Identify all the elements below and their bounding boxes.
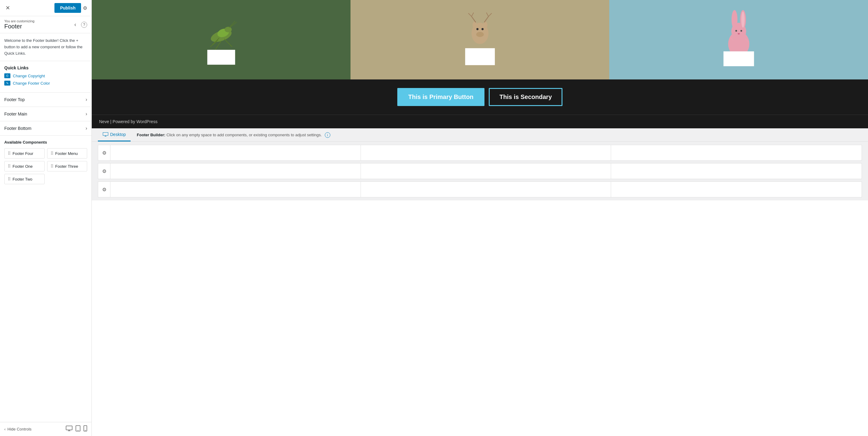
row-cell-3-1[interactable] (111, 182, 361, 197)
footer-bottom-label: Footer Bottom (4, 126, 31, 131)
builder-row-2[interactable]: ⚙ (98, 163, 862, 179)
component-footer-two[interactable]: ⠿ Footer Two (4, 174, 45, 184)
component-footer-one[interactable]: ⠿ Footer One (4, 161, 45, 171)
svg-point-19 (476, 32, 484, 37)
component-footer-menu-label: Footer Menu (55, 151, 78, 156)
svg-line-26 (471, 12, 473, 16)
row-cell-1-2[interactable] (361, 145, 611, 160)
footer-top-label: Footer Top (4, 97, 25, 102)
component-footer-three-label: Footer Three (55, 164, 78, 169)
chevron-right-icon: › (86, 97, 87, 102)
customizing-info: You are customizing Footer (4, 19, 35, 30)
svg-point-20 (476, 28, 478, 30)
device-tablet-button[interactable] (75, 425, 81, 433)
svg-line-24 (471, 16, 475, 22)
nav-item-footer-bottom[interactable]: Footer Bottom › (0, 121, 91, 136)
device-mobile-button[interactable] (84, 425, 87, 433)
tab-desktop[interactable]: Desktop (98, 128, 131, 141)
row-cell-3-2[interactable] (361, 182, 611, 197)
gallery-item-blue (609, 0, 868, 79)
hide-controls-label: Hide Controls (7, 427, 31, 431)
change-copyright-link[interactable]: © Change Copyright (4, 73, 45, 78)
svg-line-27 (484, 16, 489, 22)
chevron-right-icon: › (86, 111, 87, 117)
component-footer-three[interactable]: ⠿ Footer Three (47, 161, 88, 171)
row-cell-1-3[interactable] (611, 145, 862, 160)
panel-header: ✕ Publish ⚙ (0, 0, 91, 16)
back-button[interactable]: ‹ (72, 20, 79, 29)
chevron-right-icon: › (86, 126, 87, 131)
component-footer-one-label: Footer One (12, 164, 33, 169)
hide-controls-icon: ‹ (4, 427, 5, 431)
row-cell-2-2[interactable] (361, 164, 611, 179)
welcome-text: Welcome to the Footer builder! Click the… (0, 33, 91, 61)
component-footer-two-label: Footer Two (12, 177, 32, 181)
svg-point-36 (735, 30, 737, 32)
row-cell-3-3[interactable] (611, 182, 862, 197)
svg-rect-16 (207, 50, 235, 65)
builder-row-1[interactable]: ⚙ (98, 145, 862, 161)
svg-point-23 (483, 22, 487, 28)
row-cell-2-1[interactable] (111, 164, 361, 179)
publish-button[interactable]: Publish (55, 3, 81, 13)
deer-image (376, 8, 584, 71)
svg-rect-39 (723, 51, 754, 66)
nav-item-footer-top[interactable]: Footer Top › (0, 93, 91, 107)
primary-button[interactable]: This is Primary Button (397, 88, 485, 106)
row-settings-1[interactable]: ⚙ (98, 145, 111, 160)
builder-hint: Footer Builder: Click on any empty space… (137, 132, 330, 138)
svg-point-33 (731, 10, 737, 29)
component-footer-menu[interactable]: ⠿ Footer Menu (47, 148, 88, 159)
drag-icon: ⠿ (8, 164, 11, 169)
builder-row-3[interactable]: ⚙ (98, 181, 862, 197)
button-row: This is Primary Button This is Secondary (92, 79, 868, 114)
hide-controls-button[interactable]: ‹ Hide Controls (4, 427, 31, 431)
desktop-tab-icon (103, 132, 108, 137)
right-panel: This is Primary Button This is Secondary… (92, 0, 868, 436)
close-button[interactable]: ✕ (4, 4, 11, 12)
component-footer-four[interactable]: ⠿ Footer Four (4, 148, 45, 159)
mobile-icon (84, 425, 87, 431)
row-settings-2[interactable]: ⚙ (98, 164, 111, 179)
settings-button[interactable]: ⚙ (83, 5, 87, 11)
change-footer-color-label: Change Footer Color (13, 81, 50, 86)
row-cell-1-1[interactable] (111, 145, 361, 160)
tablet-icon (75, 425, 81, 431)
svg-rect-0 (66, 426, 72, 430)
bunny-image (635, 8, 842, 71)
drag-icon: ⠿ (8, 177, 11, 181)
drag-icon: ⠿ (51, 151, 54, 156)
components-grid: ⠿ Footer Four ⠿ Footer Menu ⠿ Footer One… (4, 148, 87, 184)
customizing-section: You are customizing Footer ‹ ? (0, 16, 91, 33)
row-settings-3[interactable]: ⚙ (98, 182, 111, 197)
svg-line-14 (224, 39, 232, 47)
change-footer-color-link[interactable]: ✎ Change Footer Color (4, 81, 50, 86)
change-copyright-label: Change Copyright (13, 74, 45, 78)
preview-area[interactable]: This is Primary Button This is Secondary… (92, 0, 868, 436)
components-title: Available Components (4, 140, 87, 144)
quick-links-section: Quick Links © Change Copyright ✎ Change … (0, 61, 91, 93)
info-icon[interactable]: i (325, 132, 330, 138)
svg-rect-42 (103, 133, 108, 136)
builder-area: Desktop Footer Builder: Click on any emp… (92, 128, 868, 200)
nav-item-footer-main[interactable]: Footer Main › (0, 107, 91, 121)
components-section: Available Components ⠿ Footer Four ⠿ Foo… (0, 136, 91, 422)
grasshopper-image (124, 10, 318, 70)
copyright-icon: © (4, 73, 10, 78)
customizing-title: Footer (4, 23, 35, 30)
row-cell-2-3[interactable] (611, 164, 862, 179)
publish-area: Publish ⚙ (55, 3, 87, 13)
help-button[interactable]: ? (81, 22, 87, 28)
gallery-item-green (92, 0, 350, 79)
tab-desktop-label: Desktop (110, 132, 126, 137)
svg-line-10 (229, 21, 235, 27)
builder-rows: ⚙ ⚙ ⚙ (92, 142, 868, 200)
builder-hint-label: Footer Builder: (137, 133, 165, 137)
svg-line-28 (489, 13, 492, 16)
paint-icon: ✎ (4, 81, 10, 86)
svg-line-25 (468, 13, 471, 16)
device-desktop-button[interactable] (66, 425, 72, 433)
secondary-button[interactable]: This is Secondary (489, 88, 562, 106)
svg-rect-30 (465, 48, 495, 65)
svg-point-38 (738, 33, 740, 35)
